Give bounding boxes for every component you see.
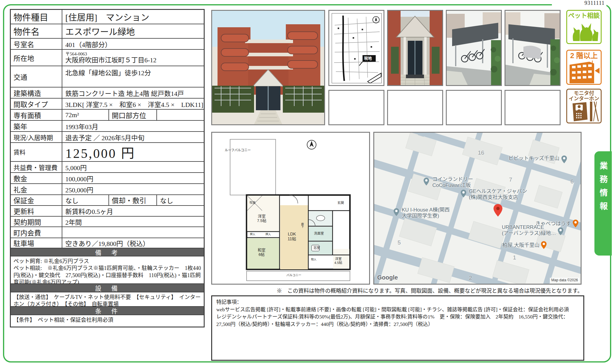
property-location-pin-icon: [493, 204, 502, 218]
map-pin-icon: [561, 155, 567, 164]
section-header-conditions: 条 件: [11, 307, 204, 315]
row-value: 2年間: [65, 217, 82, 226]
room-label: 廊下: [301, 223, 304, 228]
map-block-number: 5: [398, 239, 401, 246]
row-value: 250,000円: [65, 185, 93, 194]
room-label: 玄関: [337, 201, 344, 205]
row-value: 北急線「緑地公園」徒歩12分: [65, 67, 151, 77]
badge-intercom-label: モニタ付 インターホン: [567, 91, 601, 102]
property-sheet-page: 9311111 物件種目 [住居用] マンション 物件名 エスポワール緑地 号室…: [0, 0, 616, 364]
entrance-illustration: [388, 11, 442, 85]
photo-entrance: [387, 10, 443, 86]
photo-placeholder: [328, 90, 384, 125]
row-label: 間取タイプ: [13, 99, 48, 109]
restaurant-pin-icon: [541, 241, 547, 250]
business-info-tab-label: 業務情報: [597, 151, 609, 256]
section-conditions: 【条件】 ペット相談・保証会社利用必須: [11, 315, 204, 327]
map-poi-label: GEヘルスケア・ジャパン (株)関西支社大阪支店: [469, 188, 527, 201]
row-value: 3LDK[ 洋室7.5 × 和室6 × 洋室4.5 × LDK11]: [65, 99, 203, 109]
row-label: 礼金: [13, 184, 27, 194]
row-label: 共益費・管理費: [13, 163, 58, 172]
table-row: 賃料 125,000 円: [11, 143, 204, 162]
table-row: 現況/入居時期 退去予定 ／ 2026年5月中旬: [11, 132, 204, 143]
map-block-number: 6: [570, 178, 574, 185]
special-notes-body: webサービス広告掲載 [許可]・転載事前連絡 [不要]・画像の転載 [可能]・…: [216, 306, 579, 328]
table-row: 建築構造 鉄筋コンクリート造 地上4階 総戸数14戸: [11, 87, 204, 99]
rent-amount: 125,000 円: [62, 143, 204, 161]
row-label: 保証金: [13, 195, 34, 205]
row-value: [住居用] マンション: [65, 10, 149, 23]
map-poi-label: ビビットキッズ千里山: [508, 155, 559, 161]
business-info-tab[interactable]: 業務情報: [594, 151, 612, 256]
badge-monitor-intercom: モニタ付 インターホン: [566, 89, 602, 123]
bicycle-parking-illustration: [505, 11, 560, 85]
row-value: 72m²: [65, 111, 79, 119]
table-row: 保証金 なし 償却・敷引 なし: [11, 195, 204, 206]
row-value: エスポワール緑地: [65, 25, 135, 37]
room-label: 押入: [250, 233, 255, 236]
room-label: 和室 6帖: [258, 248, 265, 257]
badge-second-floor-up: 2 階以上: [566, 50, 602, 85]
section-header-equipment: 設 備: [11, 284, 204, 292]
photo-bicycle-parking-2: [505, 10, 561, 86]
table-row: 築年 1993年03月: [11, 121, 204, 132]
photo-building-exterior: [211, 10, 325, 125]
row-value: 100,000円: [65, 173, 93, 183]
badge-pet-label: ペット相談: [567, 12, 601, 19]
row-label: 建築構造: [13, 88, 41, 98]
map-poi-label: 柏屋 大阪千里山: [502, 242, 540, 248]
disclaimer-note: ※ この資料は物件の概略紹介資料になります。写真、間取図面、設備、概要などが現況…: [210, 286, 583, 294]
row-label: 現況/入居時期: [13, 133, 53, 142]
section-header-remarks: 備 考: [11, 248, 204, 256]
row-label: 号室名: [13, 39, 34, 49]
google-logo: Google: [377, 274, 398, 281]
map-pin-icon: [461, 190, 466, 199]
room-label: 吹抜: [250, 201, 256, 205]
room-label: LDK 11帖: [288, 232, 296, 241]
table-row: 敷金 100,000円: [11, 173, 204, 184]
row-label: 築年: [13, 121, 27, 131]
special-notes-title: 特記事項：: [216, 299, 242, 305]
row-value: なし: [65, 195, 78, 205]
table-row: 契約期間 2年間: [11, 217, 204, 227]
section-remarks: ペット飼育: ※礼金6万円プラス ペット相談: ※礼金6万円プラス※猫1匹飼育可…: [11, 256, 204, 284]
document-number: 9311111: [552, 0, 606, 6]
intercom-icon: [569, 102, 599, 121]
photo-bicycle-parking-1: [446, 10, 502, 86]
map-attribution: Map data ©2026: [550, 278, 579, 283]
row-label: 駐車場: [13, 238, 34, 248]
room-label: 洗面室: [314, 232, 324, 235]
room-label: 押入: [265, 233, 271, 236]
photo-placeholder: [505, 90, 561, 125]
room-label: バルコニー: [286, 274, 301, 277]
map-poi-label: きゃべつはうす: [535, 221, 571, 227]
building-floors-icon: [568, 59, 600, 83]
row-label: 契約期間: [13, 217, 41, 227]
map-block-number: 1: [513, 254, 516, 261]
badge-floor-label: 2 階以上: [567, 52, 601, 59]
google-map[interactable]: 16 ビビットキッズ千里山 コインランドリー CoCoFuwari江坂 GEヘル…: [373, 132, 582, 285]
map-poi-label: KU I-House A棟(関西 大学国際学生寮): [402, 207, 450, 219]
row-value: 鉄筋コンクリート造 地上4階 総戸数14戸: [65, 88, 184, 98]
room-label: 洋室 4.5帖: [334, 257, 342, 265]
map-pin-icon: [558, 227, 564, 236]
map-block-number: 7: [509, 176, 512, 183]
row-label-2: 償却・敷引: [112, 195, 146, 205]
row-value-2: なし: [160, 195, 173, 205]
table-row: 共益費・管理費 5,000円: [11, 162, 204, 173]
row-label: 交通: [13, 72, 27, 82]
floor-plan-drawing: [212, 133, 369, 284]
building-exterior-illustration: [212, 11, 324, 124]
row-value: 大阪府吹田市江坂町５丁目6-12: [65, 57, 156, 64]
table-row: 所在地 〒564-0063 大阪府吹田市江坂町５丁目6-12: [11, 50, 204, 66]
row-label: 所在地: [13, 53, 34, 63]
postal-code: 〒564-0063: [65, 52, 87, 57]
room-label: 物入: [311, 258, 316, 261]
row-value: 新賃料の0.5ヶ月: [65, 206, 113, 216]
restaurant-pin-icon: [573, 220, 579, 229]
row-value: 401（4階部分）: [65, 39, 111, 49]
map-pin-icon: [393, 208, 399, 217]
map-poi-label: コインランドリー CoCoFuwari江坂: [432, 176, 473, 189]
map-pin-icon: [423, 178, 429, 187]
room-label: 浴室: [313, 246, 320, 250]
